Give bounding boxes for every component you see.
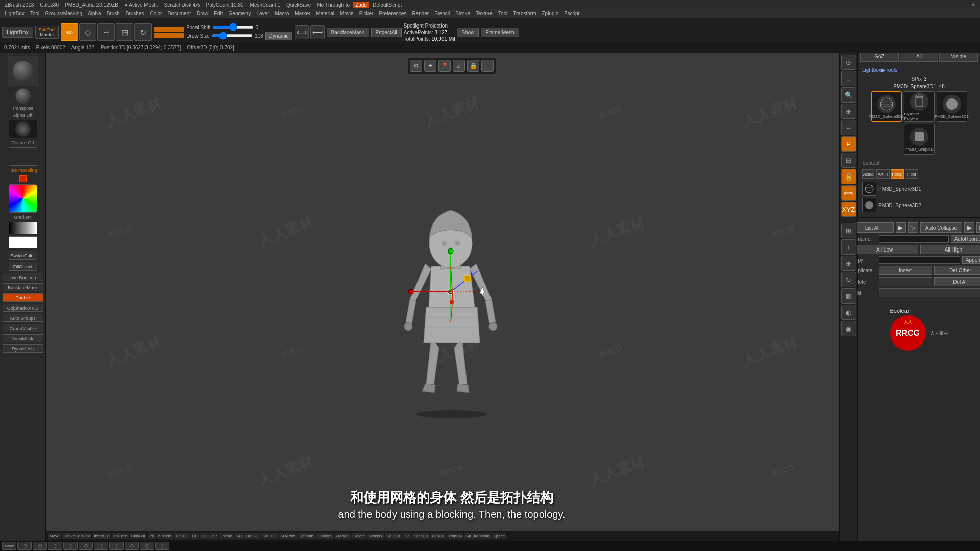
append-button[interactable]: Append (962, 256, 980, 264)
menu-texture[interactable]: Texture (473, 11, 495, 16)
move-button[interactable]: ↕ (841, 239, 856, 255)
persp-small-btn[interactable]: Persp (891, 169, 904, 179)
menu-brush[interactable]: Brush (104, 11, 122, 16)
actual-small-btn[interactable]: Actual (862, 169, 875, 179)
symmetry-x-icon[interactable]: ⟺ (295, 25, 309, 39)
floor-button[interactable]: ⊟ (841, 153, 856, 168)
auto-reorder-button[interactable]: AutoReorder (951, 235, 980, 243)
close-icon[interactable]: ✕ (969, 2, 978, 8)
symmetry-y-icon[interactable]: ⟻ (310, 25, 325, 39)
live-boolean-button[interactable]: Live Boolean (3, 273, 43, 281)
menu-stroke[interactable]: Stroke (453, 11, 473, 16)
vb-6[interactable]: ⬡ (79, 542, 93, 550)
subtool-item-1[interactable]: PM3D_Sphere3D1 (862, 181, 976, 197)
menu-zadd[interactable]: Zadd (353, 2, 369, 8)
vb-7[interactable]: ⬡ (94, 542, 108, 550)
vb-3[interactable]: ⬡ (33, 542, 47, 550)
bottom-slicecu[interactable]: SliceCu (412, 533, 430, 539)
menu-geometry[interactable]: Geometry (226, 11, 254, 16)
menu-edit[interactable]: Edit (211, 11, 225, 16)
bottom-sdpols[interactable]: SD-Pols (279, 533, 297, 539)
menu-calez[interactable]: Calez80 (37, 2, 61, 8)
vb-5[interactable]: ⬡ (63, 542, 78, 550)
draw-size-slider[interactable] (212, 34, 253, 37)
backface-mask-left-button[interactable]: BackfaceMask (3, 283, 43, 291)
menu-brushes[interactable]: Brushes (123, 11, 147, 16)
list-arrow-2[interactable]: ▷ (908, 222, 918, 233)
move-tool-btn[interactable]: ↔ (97, 23, 115, 41)
vb-move[interactable]: Move (2, 542, 16, 550)
bottom-sm-cre[interactable]: sm_cre (112, 533, 128, 539)
draw-tool-btn[interactable]: ◇ (79, 23, 96, 41)
gizmo-home-icon[interactable]: ⌂ (453, 60, 465, 72)
insert-button[interactable]: Insert (879, 266, 932, 275)
collapse-arrow-2[interactable]: ▷ (976, 222, 980, 233)
menu-render[interactable]: Render (409, 11, 431, 16)
bottom-clipcu[interactable]: ClipCu (430, 533, 446, 539)
navigation-sphere[interactable] (8, 56, 38, 86)
bottom-hpolish[interactable]: hPolish (157, 533, 173, 539)
double-button[interactable]: Double (3, 293, 43, 302)
list-arrow-1[interactable]: ▶ (896, 222, 906, 233)
gizmo-minus-icon[interactable]: – (481, 60, 494, 72)
dyna-mesh-button[interactable]: DynaMesh (3, 344, 43, 353)
vb-9[interactable]: ⬡ (125, 542, 139, 550)
menu-alpha[interactable]: PM3D_Alpha 20.129ZB (62, 2, 121, 8)
scale-tool-btn[interactable]: ⊞ (116, 23, 133, 41)
split-button[interactable] (879, 288, 980, 297)
menu-zplugin[interactable]: Zplugin (539, 11, 561, 16)
rename-input[interactable] (879, 235, 949, 243)
zoom3d-button[interactable]: ⊕ (841, 104, 856, 119)
color-checkbox[interactable] (19, 175, 27, 182)
all-low-button[interactable]: All Low (851, 245, 918, 254)
menu-tool2[interactable]: Tool (496, 11, 510, 16)
menu-document[interactable]: Document (165, 11, 193, 16)
del-all-button[interactable]: Del All (934, 277, 980, 286)
bottom-snakedam[interactable]: SnakeDam_St (62, 533, 92, 539)
bottom-del3d[interactable]: Del 3D (244, 533, 260, 539)
zoom3d-icon[interactable]: ⊕ (841, 256, 856, 271)
gizmo-settings-icon[interactable]: ⚙ (410, 60, 422, 72)
menu-stencil[interactable]: Stencil (432, 11, 452, 16)
canvas-area[interactable]: 人人素材 RRCG 人人素材 RRCG 人人素材 RRCG 人人素材 RRCG … (46, 53, 857, 531)
view-mask-button[interactable]: ViewMask (3, 334, 43, 342)
menu-tool[interactable]: Tool (28, 11, 42, 16)
bottom-inflate[interactable]: Inflate (219, 533, 234, 539)
group-visible-button[interactable]: GroupVisible (3, 324, 43, 332)
subtool-master-button[interactable]: SubTool Master (35, 26, 59, 39)
subtool-item-2[interactable]: PM3D_Sphere3D2 (862, 197, 976, 213)
backface-mask-button[interactable]: BackfaceMask (327, 28, 369, 37)
menu-quicksave[interactable]: QuickSave (284, 2, 313, 8)
bottom-so[interactable]: So (403, 533, 411, 539)
frame-mesh-button[interactable]: Frame Mesh (481, 28, 519, 37)
bottom-trimcb[interactable]: TrimCB (447, 533, 463, 539)
bottom-claybui[interactable]: ClayBui (130, 533, 147, 539)
bottom-select[interactable]: Select (352, 533, 366, 539)
bottom-select1[interactable]: Select1 (368, 533, 384, 539)
actual-button[interactable]: ⊙ (841, 55, 856, 70)
color-swatch[interactable] (9, 184, 37, 213)
gizmo-pin-icon[interactable]: 📍 (438, 60, 451, 72)
rotate-tool-btn[interactable]: ↻ (134, 23, 152, 41)
auto-collapse-button[interactable]: Auto Collapse (920, 222, 963, 233)
floor-small-btn[interactable]: Floor (905, 169, 918, 179)
project-all-button[interactable]: ProjectAll (371, 28, 402, 37)
bottom-ha3dt[interactable]: Ha 3DT (385, 533, 402, 539)
xyz-button[interactable]: XYZ (841, 202, 856, 217)
vb-10[interactable]: ⬡ (140, 542, 154, 550)
bottom-zmodel[interactable]: ZModel (334, 533, 351, 539)
del-other-button[interactable]: Del Other (934, 266, 980, 275)
bottom-space[interactable]: Space (492, 533, 506, 539)
menu-alpha2[interactable]: Alpha (85, 11, 104, 16)
tool-thumb-sphere2[interactable]: PM3D_Sphere3D1 (937, 91, 967, 122)
copy-input[interactable] (879, 256, 960, 264)
fill-object-button[interactable]: FillObject (9, 262, 37, 271)
sym-button[interactable]: ⟺ (841, 185, 856, 201)
zoom-button[interactable]: 🔍 (841, 87, 856, 103)
line-fill-icon[interactable]: ▦ (841, 288, 856, 304)
transp-button[interactable]: ◐ (841, 305, 856, 320)
menu-picker[interactable]: Picker (357, 11, 376, 16)
lightbox-button[interactable]: LightBox (2, 27, 33, 38)
menu-marker[interactable]: Marker (292, 11, 313, 16)
bottom-smfill[interactable]: SM_Fill (261, 533, 278, 539)
